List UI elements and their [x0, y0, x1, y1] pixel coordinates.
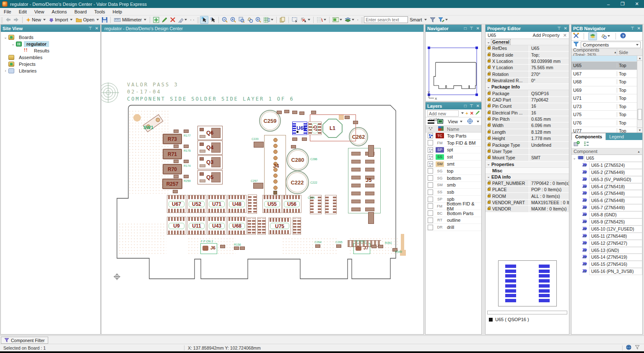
property-row[interactable]: Height1.778 mm [486, 135, 569, 142]
component-u56[interactable]: U56 [282, 195, 301, 213]
chevron-down-icon[interactable]: ⌄ [486, 162, 491, 166]
crosshair-icon[interactable] [467, 118, 473, 125]
layer-row-top-parts[interactable]: TCTop Parts [426, 132, 481, 140]
pin-row[interactable]: U65-16 (PN_3_3VSB) [571, 268, 642, 275]
open-button[interactable]: Open [74, 16, 101, 24]
component-u11[interactable]: U11 [187, 217, 206, 235]
layer-visibility-checkbox[interactable] [428, 218, 433, 223]
menu-tools[interactable]: Tools [91, 8, 109, 16]
menu-file[interactable]: File [0, 8, 15, 16]
pin-row[interactable]: U65-14 (Z7N5419) [571, 254, 642, 261]
component-u71[interactable]: U71 [207, 195, 226, 213]
board-colors-icon[interactable] [437, 119, 444, 124]
component-icv[interactable] [293, 217, 301, 235]
table-row[interactable]: U65Top [571, 62, 642, 70]
pin-icon[interactable]: ⊤ [88, 26, 92, 31]
layer-visibility-checkbox[interactable] [428, 140, 433, 145]
property-row[interactable]: Pin Pitch0.635 mm [486, 116, 569, 122]
more-tools-dots[interactable]: · · [188, 16, 196, 24]
component-j5[interactable]: J5 [348, 148, 381, 213]
zoom-selection-icon[interactable] [246, 16, 254, 24]
table-row[interactable]: U67Top [571, 70, 642, 78]
menu-view[interactable]: View [31, 8, 48, 16]
menu-actions[interactable]: Actions [48, 8, 70, 16]
pin-row[interactable]: U65-11 (Z7N5448) [571, 233, 642, 240]
layer-visibility-checkbox[interactable] [428, 182, 433, 188]
chevron-down-icon[interactable]: ⌄ [10, 42, 16, 46]
pin-row[interactable]: U65-3 (5V_PWRGD) [571, 176, 642, 183]
multi-select-cursor-icon[interactable] [208, 16, 217, 24]
close-icon[interactable]: ✕ [564, 26, 567, 31]
filter-apply-icon[interactable] [428, 16, 437, 24]
layer-visibility-checkbox[interactable] [428, 225, 433, 230]
table-row[interactable]: U75Top [571, 111, 642, 119]
deselect-icon[interactable] [299, 16, 312, 24]
layer-row-ssb[interactable]: SSssb [426, 189, 481, 196]
remove-icon[interactable]: ✕ [470, 111, 474, 116]
scroll-thumb[interactable] [638, 109, 642, 120]
chevron-down-icon[interactable]: ⌄ [571, 156, 577, 160]
name-column-header[interactable]: Name [446, 127, 481, 132]
back-icon[interactable] [4, 16, 12, 24]
property-row[interactable]: VENDORMAXIM : 0 Item(s) [486, 206, 569, 212]
save-icon[interactable] [101, 16, 109, 24]
close-button[interactable]: ✕ [630, 0, 644, 8]
layer-row-smb[interactable]: SMsmb [426, 182, 481, 189]
canvas-tab[interactable]: regulator - Demo/Demo's Design Center [101, 25, 423, 32]
scroll-up-icon[interactable]: ▲ [637, 56, 642, 61]
property-row[interactable]: Rotation270° [486, 71, 569, 78]
design-canvas[interactable]: regulator - Demo/Demo's Design Center VA… [101, 24, 424, 335]
component-u9[interactable]: U9 [167, 217, 186, 235]
property-row[interactable]: Y Location75.565 mm [486, 65, 569, 71]
property-row[interactable]: Length8.128 mm [486, 129, 569, 135]
component-q7[interactable]: Q7 [308, 122, 322, 135]
scroll-down-icon[interactable]: ▼ [637, 127, 642, 132]
layer-row-bottom-fid-bm[interactable]: FMBottom FID & BM [426, 203, 481, 210]
layer-row-spt[interactable]: SPspt [426, 147, 481, 154]
float-icon[interactable]: □ [464, 26, 467, 31]
add-component-icon[interactable] [574, 141, 580, 147]
component-q5[interactable]: Q5 [197, 170, 223, 184]
pin-row[interactable]: U65-5 (Z7N5448) [571, 190, 642, 197]
tools-icon[interactable] [573, 33, 579, 39]
add-board-icon[interactable] [152, 16, 161, 24]
select-area-icon[interactable] [291, 16, 299, 24]
component-q4[interactable]: Q4 [197, 140, 223, 155]
layer-visibility-checkbox[interactable] [428, 133, 433, 138]
property-row[interactable]: Electrical Pin ...16 [486, 110, 569, 116]
close-icon[interactable]: ✕ [476, 104, 480, 108]
dropdown-caret-icon[interactable] [477, 121, 479, 122]
status-filter-icon[interactable] [635, 345, 644, 350]
table-row[interactable]: U76Top [571, 119, 642, 127]
zoom-out-icon[interactable] [221, 16, 229, 24]
sidebar-item-boards[interactable]: ⌄Boards [1, 34, 100, 41]
component-u48[interactable]: U48 [227, 195, 247, 213]
layer-visibility-checkbox[interactable] [428, 197, 433, 202]
pin-icon[interactable]: ⊤ [557, 26, 561, 31]
component-u65[interactable]: U65 [292, 122, 307, 135]
view-menu[interactable]: View [446, 117, 464, 125]
dimension-lines-icon[interactable] [315, 16, 327, 24]
zoom-in-icon[interactable] [229, 16, 237, 24]
component-icv[interactable] [248, 195, 257, 214]
clear-icon[interactable]: ✕ [563, 33, 567, 38]
layer-visibility-checkbox[interactable] [428, 189, 433, 195]
help-icon[interactable]: ? [620, 33, 626, 39]
new-button[interactable]: New [24, 16, 47, 24]
property-row[interactable]: Width6.096 mm [486, 122, 569, 129]
globe-icon[interactable] [623, 345, 635, 351]
section-eda-info[interactable]: ⌄EDA info [486, 174, 569, 180]
tab-legend[interactable]: Legend [606, 133, 627, 140]
table-row[interactable]: U77Top [571, 127, 642, 132]
property-row[interactable]: CAD Part77p0642 [486, 97, 569, 103]
layer-row-sst[interactable]: SSsst [426, 153, 481, 161]
table-scrollbar[interactable]: ▲▼ [637, 56, 642, 132]
table-row[interactable]: U71Top [571, 94, 642, 103]
grid-view-icon[interactable] [262, 16, 275, 24]
component-tree-header[interactable]: Component ▲ [571, 148, 642, 155]
pin-row[interactable]: U65-7 (Z7N5449) [571, 204, 642, 211]
pin-row[interactable]: U65-15 (Z7N5416) [571, 261, 642, 268]
layer-visibility-checkbox[interactable] [428, 210, 433, 216]
layer-visibility-checkbox[interactable] [428, 203, 433, 209]
component-u68[interactable]: U68 [227, 217, 247, 235]
